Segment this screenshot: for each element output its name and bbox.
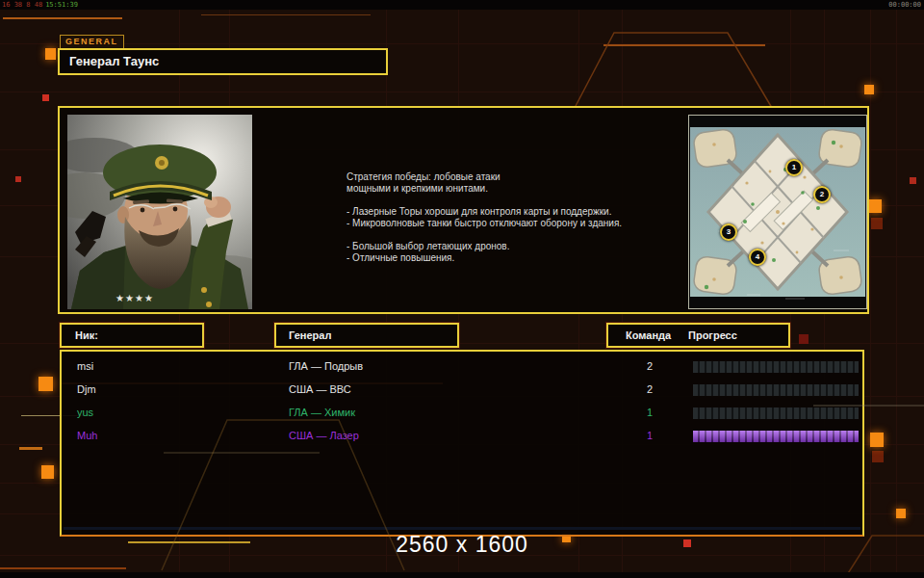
bottom-bar xyxy=(0,572,924,578)
strategy-bullet: - Микроволновые танки быстро отключают о… xyxy=(346,218,679,229)
strategy-bullet: - Лазерные Торы хороши для контроля карт… xyxy=(346,206,679,218)
spawn-point-marker: 4 xyxy=(749,249,766,266)
strategy-line: Стратегия победы: лобовые атаки xyxy=(346,171,679,183)
player-general: США — Лазер xyxy=(289,430,359,441)
clock-readout: 00:00:00 xyxy=(888,0,921,10)
svg-text:★★★★: ★★★★ xyxy=(116,293,154,303)
player-nick: yus xyxy=(77,407,93,418)
fps-timer-readout: 16 38 8 4815:51:39 xyxy=(2,0,78,10)
player-team: 1 xyxy=(635,430,664,441)
loading-progress-bar xyxy=(693,384,859,396)
spawn-point-marker: 1 xyxy=(785,159,803,176)
map-preview: 1234 xyxy=(688,115,867,309)
strategy-text: Стратегия победы: лобовые атаки мощными … xyxy=(346,171,679,264)
player-team: 1 xyxy=(635,407,664,418)
column-header-progress: Прогресс xyxy=(688,325,737,346)
page-title: Генерал Таунс xyxy=(58,48,388,75)
panel-bottom-strip xyxy=(64,527,860,530)
player-roster-panel: msi ГЛА — Подрыв 2 Djm США — ВВС 2 yus Г… xyxy=(60,350,864,537)
strategy-bullet: - Большой выбор летающих дронов. xyxy=(346,241,679,252)
strategy-line: мощными и крепкими юнитами. xyxy=(346,183,679,195)
general-portrait-image: ★★★★ xyxy=(67,115,252,309)
spawn-markers-layer: 1234 xyxy=(689,116,866,308)
column-header-team: Команда xyxy=(626,325,671,346)
player-general: ГЛА — Химик xyxy=(289,407,355,418)
column-header-general: Генерал xyxy=(274,323,459,348)
resolution-label: 2560 x 1600 xyxy=(0,532,924,558)
column-header-nick: Ник: xyxy=(60,323,204,348)
top-status-bar: 16 38 8 4815:51:39 00:00:00 xyxy=(0,0,924,10)
loading-progress-bar xyxy=(693,431,859,442)
strategy-bullet: - Отличные повышения. xyxy=(346,252,679,264)
player-team: 2 xyxy=(635,360,664,372)
progress-bar-fill xyxy=(693,431,859,442)
player-nick: Djm xyxy=(77,383,96,395)
loading-progress-bar xyxy=(693,361,859,373)
loading-progress-bar xyxy=(693,407,859,419)
player-general: США — ВВС xyxy=(289,383,351,395)
column-header-team-progress: Команда Прогресс xyxy=(606,323,790,348)
spawn-point-marker: 2 xyxy=(813,186,831,203)
player-row: msi ГЛА — Подрыв 2 xyxy=(62,355,862,379)
player-general: ГЛА — Подрыв xyxy=(289,360,363,372)
spawn-point-marker: 3 xyxy=(720,223,737,241)
player-team: 2 xyxy=(635,383,664,395)
player-nick: msi xyxy=(77,360,93,372)
player-nick: Muh xyxy=(77,430,97,441)
general-info-panel: ★★★★ Стратегия победы: лобовые атаки мощ… xyxy=(58,106,869,314)
general-portrait: ★★★★ xyxy=(67,115,252,309)
player-row: yus ГЛА — Химик 1 xyxy=(62,402,862,425)
player-row: Muh США — Лазер 1 xyxy=(62,425,862,448)
tab-general: GENERAL xyxy=(60,35,124,49)
player-row: Djm США — ВВС 2 xyxy=(62,379,862,402)
